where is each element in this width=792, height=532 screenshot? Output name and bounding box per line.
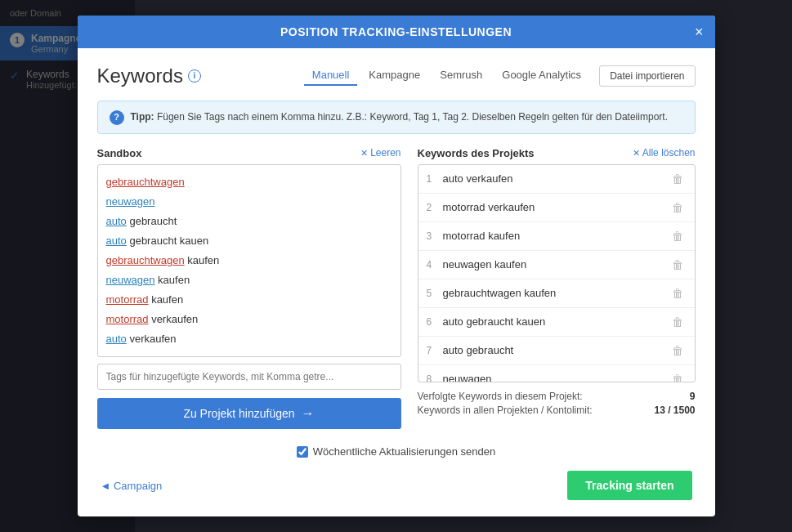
sandbox-column: Sandbox ✕ Leeren gebrauchtwagen neuwagen…: [97, 147, 401, 430]
tip-box: ? Tipp: Fügen Sie Tags nach einem Komma …: [97, 101, 696, 134]
keywords-list: 1 auto verkaufen 🗑 2 motorrad verkaufen …: [418, 164, 696, 382]
list-item[interactable]: auto gebraucht: [106, 212, 392, 230]
tip-icon: ?: [110, 110, 124, 125]
keywords-scroll[interactable]: 1 auto verkaufen 🗑 2 motorrad verkaufen …: [418, 165, 695, 382]
sandbox-box: gebrauchtwagen neuwagen auto gebraucht a…: [97, 164, 401, 358]
tab-manuell[interactable]: Manuell: [304, 65, 358, 86]
delete-keyword-button[interactable]: 🗑: [669, 285, 687, 302]
back-button[interactable]: ◄ Campaign: [101, 480, 163, 492]
clear-sandbox-button[interactable]: ✕ Leeren: [360, 147, 400, 159]
top-row: Keywords i Manuell Kampagne Semrush Goog…: [97, 65, 696, 87]
project-keywords-title: Keywords des Projekts: [418, 147, 535, 159]
tab-google-analytics[interactable]: Google Analytics: [494, 65, 589, 86]
list-item[interactable]: auto gebraucht kauen: [106, 232, 392, 250]
stat-label-1: Verfolgte Keywords in diesem Projekt:: [418, 391, 583, 402]
modal-body: Keywords i Manuell Kampagne Semrush Goog…: [78, 48, 715, 517]
tab-kampagne[interactable]: Kampagne: [360, 65, 428, 86]
arrow-icon: →: [302, 406, 315, 421]
checkbox-row: Wöchentliche Aktualisierungen senden: [297, 445, 495, 458]
bottom-section: Wöchentliche Aktualisierungen senden ◄ C…: [97, 445, 696, 500]
list-item[interactable]: motorrad kaufen: [106, 291, 392, 309]
two-col-layout: Sandbox ✕ Leeren gebrauchtwagen neuwagen…: [97, 147, 696, 430]
tip-text: Tipp: Fügen Sie Tags nach einem Komma hi…: [131, 110, 668, 124]
list-item[interactable]: neuwagen kaufen: [106, 271, 392, 289]
stat-value-2: 13 / 1500: [654, 405, 695, 416]
project-keywords-column: Keywords des Projekts ✕ Alle löschen 1 a…: [418, 147, 696, 416]
table-row: 6 auto gebraucht kauen 🗑: [418, 308, 695, 337]
delete-keyword-button[interactable]: 🗑: [669, 171, 687, 187]
list-item[interactable]: neuwagen: [106, 193, 392, 211]
table-row: 7 auto gebraucht 🗑: [418, 337, 695, 365]
table-row: 3 motorrad kaufen 🗑: [418, 222, 695, 251]
delete-keyword-button[interactable]: 🗑: [669, 228, 687, 244]
footer-row: ◄ Campaign Tracking starten: [97, 471, 696, 500]
add-btn-label: Zu Projekt hinzufügen: [183, 407, 294, 420]
table-row: 8 neuwagen 🗑: [418, 365, 695, 382]
project-keywords-header: Keywords des Projekts ✕ Alle löschen: [418, 147, 696, 159]
delete-keyword-button[interactable]: 🗑: [669, 342, 687, 359]
delete-all-label: Alle löschen: [642, 147, 696, 159]
stat-value-1: 9: [690, 391, 696, 402]
page-title-area: Keywords i: [97, 65, 201, 87]
tab-semrush[interactable]: Semrush: [432, 65, 490, 86]
delete-keyword-button[interactable]: 🗑: [669, 371, 687, 382]
delete-all-button[interactable]: ✕ Alle löschen: [633, 147, 696, 159]
clear-label: Leeren: [370, 147, 400, 159]
list-item[interactable]: gebrauchtwagen kaufen: [106, 252, 392, 270]
stat-row-1: Verfolgte Keywords in diesem Projekt: 9: [418, 391, 696, 402]
start-tracking-button[interactable]: Tracking starten: [567, 471, 691, 500]
stat-row-2: Keywords in allen Projekten / Kontolimit…: [418, 405, 696, 416]
modal-header: POSITION TRACKING-EINSTELLUNGEN ×: [78, 16, 715, 48]
x-icon: ✕: [633, 148, 640, 159]
delete-keyword-button[interactable]: 🗑: [669, 314, 687, 330]
close-button[interactable]: ×: [695, 25, 704, 39]
add-to-project-button[interactable]: Zu Projekt hinzufügen →: [97, 398, 401, 429]
tabs-area: Manuell Kampagne Semrush Google Analytic…: [304, 65, 696, 87]
modal-title: POSITION TRACKING-EINSTELLUNGEN: [280, 25, 512, 38]
tags-input[interactable]: [97, 364, 401, 390]
page-title: Keywords: [97, 65, 183, 87]
table-row: 5 gebrauchtwagen kaufen 🗑: [418, 279, 695, 308]
stats-area: Verfolgte Keywords in diesem Projekt: 9 …: [418, 391, 696, 416]
list-item[interactable]: gebrauchtwagen: [106, 173, 392, 191]
weekly-updates-checkbox[interactable]: [297, 446, 308, 458]
sandbox-header: Sandbox ✕ Leeren: [97, 147, 401, 159]
table-row: 2 motorrad verkaufen 🗑: [418, 194, 695, 222]
list-item[interactable]: auto verkaufen: [106, 330, 392, 348]
stat-label-2: Keywords in allen Projekten / Kontolimit…: [418, 405, 593, 416]
list-item[interactable]: motorrad verkaufen: [106, 311, 392, 329]
delete-keyword-button[interactable]: 🗑: [669, 199, 687, 216]
delete-keyword-button[interactable]: 🗑: [669, 257, 687, 273]
table-row: 1 auto verkaufen 🗑: [418, 165, 695, 194]
modal-overlay: POSITION TRACKING-EINSTELLUNGEN × Keywor…: [0, 0, 792, 532]
sandbox-title: Sandbox: [97, 147, 142, 159]
weekly-updates-label: Wöchentliche Aktualisierungen senden: [313, 445, 495, 458]
x-icon: ✕: [360, 148, 368, 159]
table-row: 4 neuwagen kaufen 🗑: [418, 251, 695, 279]
info-icon[interactable]: i: [188, 69, 201, 83]
import-button[interactable]: Datei importieren: [599, 65, 695, 87]
modal-dialog: POSITION TRACKING-EINSTELLUNGEN × Keywor…: [78, 16, 715, 517]
